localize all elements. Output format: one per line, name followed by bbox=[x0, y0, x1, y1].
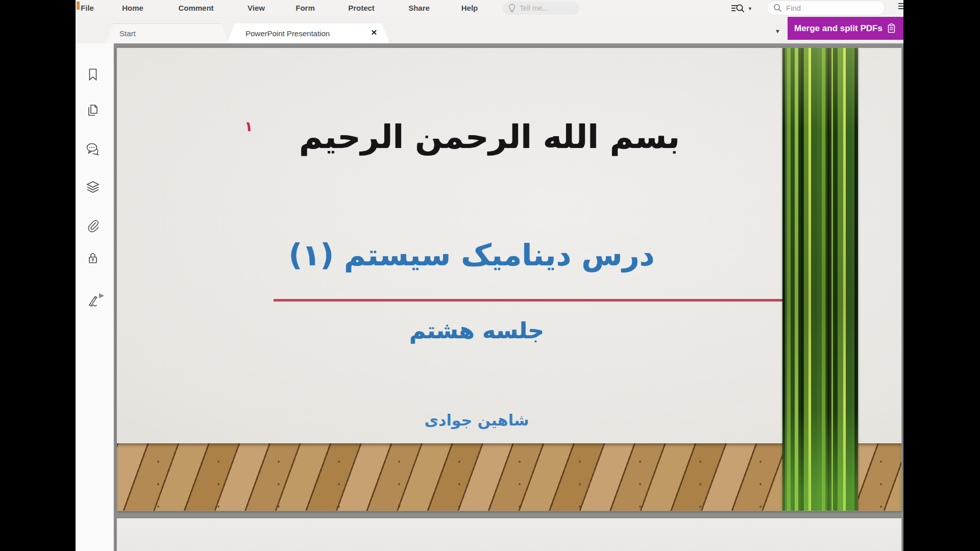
layers-icon bbox=[85, 180, 101, 193]
tab-start-label: Start bbox=[106, 29, 136, 38]
menu-home[interactable]: Home bbox=[122, 4, 143, 12]
find-box[interactable] bbox=[767, 1, 885, 15]
app-logo-fragment bbox=[77, 2, 80, 10]
pages-icon bbox=[86, 103, 100, 117]
menu-help[interactable]: Help bbox=[461, 4, 478, 12]
tab-powerpoint-presentation[interactable]: PowerPoint Presentation ✕ bbox=[227, 23, 389, 43]
tab-list-chevron-down-icon[interactable]: ▼ bbox=[775, 28, 780, 34]
menu-comment[interactable]: Comment bbox=[178, 4, 213, 12]
merge-button-label: Merge and split PDFs bbox=[794, 23, 883, 34]
menu-bar: File Home Comment View Form Protect Shar… bbox=[76, 0, 903, 17]
signature-pen-icon bbox=[86, 294, 100, 308]
bismillah-text: بسم الله الرحمن الرحيم bbox=[270, 115, 709, 159]
security-panel-button[interactable] bbox=[82, 247, 104, 269]
letterbox-left bbox=[0, 0, 76, 551]
navigation-sidebar: ▶ bbox=[76, 43, 114, 551]
tell-me-label: Tell me... bbox=[520, 4, 548, 12]
menu-file[interactable]: File bbox=[81, 4, 94, 12]
menu-view[interactable]: View bbox=[248, 4, 265, 12]
letterbox-right bbox=[903, 0, 980, 551]
tab-start[interactable]: Start bbox=[106, 23, 229, 43]
advanced-search-button[interactable]: ▼ bbox=[731, 3, 752, 14]
slide-title-text: درس دینامیک سیستم (۱) bbox=[270, 238, 673, 272]
search-list-icon bbox=[731, 3, 745, 14]
pdf-page-2[interactable] bbox=[116, 518, 902, 551]
slide-subtitle-text: جلسه هشتم bbox=[382, 317, 571, 343]
tab-doc-label: PowerPoint Presentation bbox=[227, 29, 330, 38]
pdf-page-1[interactable]: ۱ بسم الله الرحمن الرحيم درس دینامیک سیس… bbox=[116, 47, 902, 511]
close-icon[interactable]: ✕ bbox=[371, 28, 377, 37]
expand-panel-arrow[interactable]: ▶ bbox=[99, 291, 104, 299]
lock-icon bbox=[86, 251, 100, 265]
merge-split-pdfs-button[interactable]: Merge and split PDFs bbox=[788, 17, 905, 40]
pages-panel-button[interactable] bbox=[82, 99, 104, 121]
chat-bubbles-icon bbox=[85, 142, 101, 156]
menu-protect[interactable]: Protect bbox=[348, 4, 375, 12]
layers-panel-button[interactable] bbox=[82, 176, 104, 198]
bookmarks-panel-button[interactable] bbox=[82, 63, 104, 86]
search-icon bbox=[773, 4, 782, 12]
paperclip-icon bbox=[86, 219, 100, 233]
title-underline bbox=[274, 299, 784, 302]
clipboard-icon bbox=[888, 23, 895, 33]
menu-form[interactable]: Form bbox=[296, 4, 315, 12]
slide-author-text: شاهین جوادی bbox=[382, 411, 571, 429]
tab-bar: Start PowerPoint Presentation ✕ ▼ Merge … bbox=[76, 17, 903, 43]
chevron-down-icon: ▼ bbox=[748, 6, 752, 11]
forest-image-strip bbox=[782, 48, 858, 511]
page-number-annotation: ۱ bbox=[244, 118, 253, 134]
document-workspace: ▶ ۱ بسم الله الرحمن الرحيم درس دینامیک س… bbox=[76, 43, 903, 551]
bookmark-icon bbox=[86, 67, 100, 82]
find-input[interactable] bbox=[786, 4, 863, 12]
menu-share[interactable]: Share bbox=[408, 4, 430, 12]
attachments-panel-button[interactable] bbox=[82, 215, 104, 237]
tell-me-search[interactable]: Tell me... bbox=[503, 2, 579, 15]
comments-panel-button[interactable] bbox=[82, 138, 104, 160]
lightbulb-icon bbox=[508, 4, 516, 13]
